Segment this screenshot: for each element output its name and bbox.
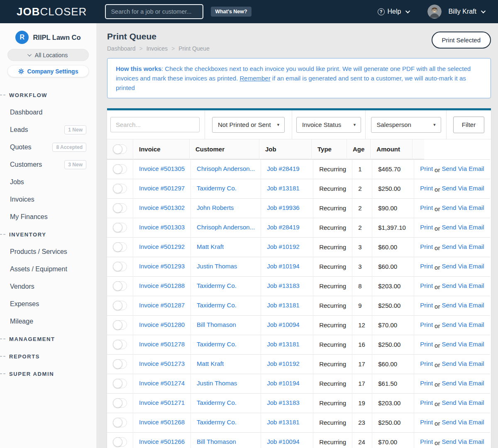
row-select-toggle[interactable] [113, 379, 127, 388]
filter-button[interactable]: Filter [453, 117, 484, 133]
row-select-toggle[interactable] [113, 437, 127, 447]
print-action[interactable]: Print [420, 243, 433, 250]
job-link[interactable]: Job #10194 [267, 263, 299, 270]
company-settings-button[interactable]: Company Settings [7, 65, 89, 77]
print-action[interactable]: Print [420, 204, 433, 211]
sidebar-section-reports[interactable]: REPORTS [0, 348, 96, 365]
customer-link[interactable]: Taxidermy Co. [197, 399, 237, 406]
invoice-link[interactable]: Invoice #501297 [139, 185, 185, 192]
global-search-input[interactable] [105, 4, 203, 19]
table-search-input[interactable] [110, 117, 200, 132]
invoice-link[interactable]: Invoice #501303 [139, 224, 185, 231]
sidebar-item-invoices[interactable]: Invoices [0, 191, 96, 208]
send-email-action[interactable]: Send Via Email [442, 341, 484, 348]
all-locations-selector[interactable]: All Locations [7, 49, 89, 61]
job-link[interactable]: Job #28419 [267, 224, 299, 231]
row-select-toggle[interactable] [113, 340, 127, 349]
job-link[interactable]: Job #13181 [267, 185, 299, 192]
sidebar-item-leads[interactable]: Leads 1 New [0, 121, 96, 139]
invoice-link[interactable]: Invoice #501280 [139, 321, 185, 328]
customer-link[interactable]: Bill Thomason [197, 438, 236, 445]
invoice-link[interactable]: Invoice #501273 [139, 360, 185, 367]
invoice-link[interactable]: Invoice #501288 [139, 282, 185, 289]
send-email-action[interactable]: Send Via Email [442, 399, 484, 406]
job-link[interactable]: Job #10194 [267, 380, 299, 387]
send-email-action[interactable]: Send Via Email [442, 243, 484, 250]
print-action[interactable]: Print [420, 263, 433, 270]
sidebar-section-super-admin[interactable]: SUPER ADMIN [0, 365, 96, 382]
send-email-action[interactable]: Send Via Email [442, 321, 484, 328]
send-email-action[interactable]: Send Via Email [442, 419, 484, 426]
invoice-link[interactable]: Invoice #501292 [139, 243, 185, 250]
sidebar-item-mileage[interactable]: Mileage [0, 313, 96, 330]
job-link[interactable]: Job #19936 [267, 204, 299, 211]
row-select-toggle[interactable] [113, 262, 127, 271]
salesperson-dropdown[interactable]: Salesperson ▼ [371, 117, 441, 133]
row-select-toggle[interactable] [113, 203, 127, 213]
row-select-toggle[interactable] [113, 184, 127, 193]
sidebar-item-expenses[interactable]: Expenses [0, 295, 96, 313]
sidebar-section-workflow[interactable]: WORKFLOW [0, 86, 96, 104]
row-select-toggle[interactable] [113, 359, 127, 369]
send-email-action[interactable]: Send Via Email [442, 438, 484, 445]
print-action[interactable]: Print [420, 438, 433, 445]
customer-link[interactable]: Taxidermy Co. [197, 282, 237, 289]
invoice-link[interactable]: Invoice #501293 [139, 263, 185, 270]
send-email-action[interactable]: Send Via Email [442, 360, 484, 367]
print-selected-button[interactable]: Print Selected [432, 32, 491, 49]
customer-link[interactable]: John Roberts [197, 204, 234, 211]
row-select-toggle[interactable] [113, 281, 127, 291]
sidebar-item-dashboard[interactable]: Dashboard [0, 104, 96, 121]
user-avatar[interactable] [427, 5, 442, 19]
send-email-action[interactable]: Send Via Email [442, 185, 484, 192]
job-link[interactable]: Job #28419 [267, 165, 299, 172]
send-email-action[interactable]: Send Via Email [442, 302, 484, 309]
customer-link[interactable]: Justin Thomas [197, 380, 237, 387]
customer-link[interactable]: Chrisoph Anderson... [197, 165, 255, 172]
send-email-action[interactable]: Send Via Email [442, 263, 484, 270]
whats-new-button[interactable]: What's New? [211, 7, 251, 17]
user-name[interactable]: Billy Kraft [448, 8, 476, 15]
job-link[interactable]: Job #10192 [267, 243, 299, 250]
invoice-link[interactable]: Invoice #501266 [139, 438, 185, 445]
row-select-toggle[interactable] [113, 223, 127, 232]
invoice-link[interactable]: Invoice #501305 [139, 165, 185, 172]
print-action[interactable]: Print [420, 399, 433, 406]
row-select-toggle[interactable] [113, 320, 127, 330]
print-action[interactable]: Print [420, 302, 433, 309]
print-action[interactable]: Print [420, 224, 433, 231]
send-email-action[interactable]: Send Via Email [442, 282, 484, 289]
customer-link[interactable]: Taxidermy Co. [197, 419, 237, 426]
job-link[interactable]: Job #13181 [267, 419, 299, 426]
print-action[interactable]: Print [420, 341, 433, 348]
customer-link[interactable]: Matt Kraft [197, 243, 224, 250]
send-email-action[interactable]: Send Via Email [442, 380, 484, 387]
customer-link[interactable]: Bill Thomason [197, 321, 236, 328]
job-link[interactable]: Job #10094 [267, 438, 299, 445]
sidebar-item-assets-equipment[interactable]: Assets / Equipment [0, 261, 96, 278]
print-action[interactable]: Print [420, 185, 433, 192]
send-email-action[interactable]: Send Via Email [442, 224, 484, 231]
sidebar-item-jobs[interactable]: Jobs [0, 173, 96, 191]
job-link[interactable]: Job #10094 [267, 321, 299, 328]
sidebar-item-my-finances[interactable]: My Finances [0, 208, 96, 226]
print-action[interactable]: Print [420, 380, 433, 387]
customer-link[interactable]: Chrisoph Anderson... [197, 224, 255, 231]
help-menu[interactable]: ? Help [378, 8, 410, 15]
sidebar-item-quotes[interactable]: Quotes 8 Accepted [0, 139, 96, 156]
print-action[interactable]: Print [420, 419, 433, 426]
job-link[interactable]: Job #13181 [267, 341, 299, 348]
row-select-toggle[interactable] [113, 398, 127, 408]
job-link[interactable]: Job #13183 [267, 399, 299, 406]
job-link[interactable]: Job #10192 [267, 360, 299, 367]
printed-filter-dropdown[interactable]: Not Printed or Sent ▼ [212, 117, 285, 133]
customer-link[interactable]: Justin Thomas [197, 263, 237, 270]
sidebar-section-inventory[interactable]: INVENTORY [0, 226, 96, 243]
send-email-action[interactable]: Send Via Email [442, 165, 484, 172]
job-link[interactable]: Job #13183 [267, 282, 299, 289]
print-action[interactable]: Print [420, 321, 433, 328]
customer-link[interactable]: Taxidermy Co. [197, 341, 237, 348]
app-logo[interactable]: JOBCLOSER [17, 5, 87, 18]
row-select-toggle[interactable] [113, 242, 127, 252]
sidebar-item-products-services[interactable]: Products / Services [0, 243, 96, 261]
